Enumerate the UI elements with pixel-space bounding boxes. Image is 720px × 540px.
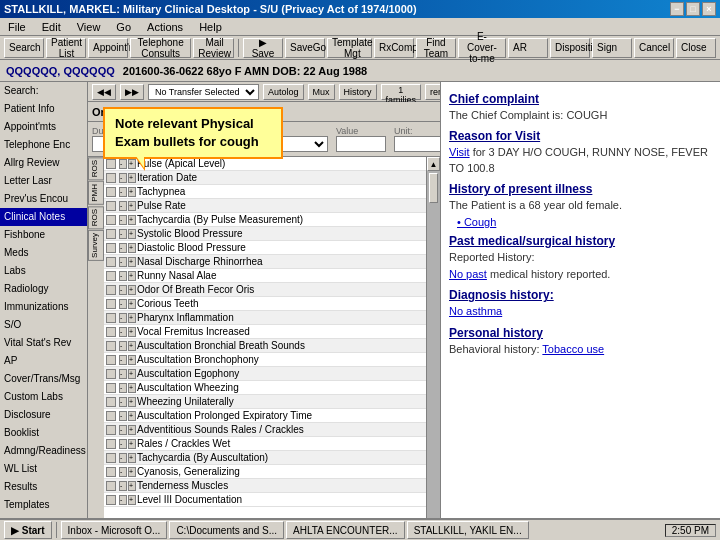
sidebar-item-radiology[interactable]: Radiology — [0, 280, 87, 298]
minus-btn[interactable]: - — [119, 383, 127, 393]
checkbox[interactable] — [106, 383, 116, 393]
minus-btn[interactable]: - — [119, 425, 127, 435]
maximize-button[interactable]: □ — [686, 2, 700, 16]
menu-edit[interactable]: Edit — [38, 20, 65, 34]
sidebar-item-admng[interactable]: Admng/Readiness — [0, 442, 87, 460]
checkbox[interactable] — [106, 187, 116, 197]
close-button[interactable]: × — [702, 2, 716, 16]
minus-btn[interactable]: - — [119, 355, 127, 365]
plus-btn[interactable]: + — [128, 327, 136, 337]
mux-button[interactable]: Mux — [308, 84, 335, 100]
checkbox[interactable] — [106, 411, 116, 421]
sidebar-item-patient-info[interactable]: Patient Info — [0, 100, 87, 118]
menu-view[interactable]: View — [73, 20, 105, 34]
save-button[interactable]: ▶ Save — [243, 38, 283, 58]
checkbox[interactable] — [106, 285, 116, 295]
patient-list-button[interactable]: Patient List — [46, 38, 86, 58]
tab-ros2[interactable]: ROS — [88, 206, 104, 229]
plus-btn[interactable]: + — [128, 271, 136, 281]
checkbox[interactable] — [106, 173, 116, 183]
sidebar-item-cover-trans[interactable]: Cover/Trans/Msg — [0, 370, 87, 388]
scroll-thumb[interactable] — [429, 173, 438, 203]
minus-btn[interactable]: - — [119, 495, 127, 505]
sidebar-item-clinical-notes[interactable]: Clinical Notes — [0, 208, 87, 226]
plus-btn[interactable]: + — [128, 313, 136, 323]
rxcomp-button[interactable]: RxComp — [374, 38, 414, 58]
no-past-link[interactable]: No past — [449, 268, 487, 280]
minus-btn[interactable]: - — [119, 467, 127, 477]
sidebar-item-search[interactable]: Search: — [0, 82, 87, 100]
plus-btn[interactable]: + — [128, 229, 136, 239]
minus-btn[interactable]: - — [119, 229, 127, 239]
checkbox[interactable] — [106, 355, 116, 365]
transfer-select[interactable]: No Transfer Selected — [148, 84, 259, 100]
checkbox[interactable] — [106, 397, 116, 407]
checkbox[interactable] — [106, 467, 116, 477]
sidebar-item-so[interactable]: S/O — [0, 316, 87, 334]
checkbox[interactable] — [106, 229, 116, 239]
checkbox[interactable] — [106, 215, 116, 225]
minus-btn[interactable]: - — [119, 187, 127, 197]
plus-btn[interactable]: + — [128, 187, 136, 197]
sidebar-item-fishbone[interactable]: Fishbone — [0, 226, 87, 244]
sidebar-item-telephone[interactable]: Telephone Enc — [0, 136, 87, 154]
plus-btn[interactable]: + — [128, 173, 136, 183]
minus-btn[interactable]: - — [119, 159, 127, 169]
plus-btn[interactable]: + — [128, 425, 136, 435]
ar-button[interactable]: AR — [508, 38, 548, 58]
checkbox[interactable] — [106, 425, 116, 435]
minus-btn[interactable]: - — [119, 439, 127, 449]
unit-select[interactable] — [394, 136, 440, 152]
sidebar-item-immunizations[interactable]: Immunizations — [0, 298, 87, 316]
minus-btn[interactable]: - — [119, 243, 127, 253]
minus-btn[interactable]: - — [119, 327, 127, 337]
minus-btn[interactable]: - — [119, 453, 127, 463]
checkbox[interactable] — [106, 299, 116, 309]
minus-btn[interactable]: - — [119, 397, 127, 407]
sidebar-item-ap[interactable]: AP — [0, 352, 87, 370]
find-team-button[interactable]: Find Team — [416, 38, 456, 58]
sidebar-item-allergy[interactable]: Allrg Review — [0, 154, 87, 172]
disposition-button[interactable]: Disposition — [550, 38, 590, 58]
checkbox[interactable] — [106, 369, 116, 379]
plus-btn[interactable]: + — [128, 257, 136, 267]
template-mgt-button[interactable]: Template Mgt — [327, 38, 372, 58]
minus-btn[interactable]: - — [119, 271, 127, 281]
minus-btn[interactable]: - — [119, 369, 127, 379]
menu-help[interactable]: Help — [195, 20, 226, 34]
telephone-consults-button[interactable]: Telephone Consults — [130, 38, 191, 58]
sidebar-item-wl[interactable]: WL List — [0, 460, 87, 478]
checkbox[interactable] — [106, 495, 116, 505]
tab-pmh[interactable]: PMH — [88, 181, 104, 205]
tab-survey[interactable]: Survey — [88, 230, 104, 261]
start-button[interactable]: ▶ Start — [4, 521, 52, 539]
sidebar-item-prev-encou[interactable]: Prev'us Encou — [0, 190, 87, 208]
sidebar-item-disclosure[interactable]: Disclosure — [0, 406, 87, 424]
menu-go[interactable]: Go — [112, 20, 135, 34]
scroll-up-button[interactable]: ▲ — [427, 157, 440, 171]
minus-btn[interactable]: - — [119, 341, 127, 351]
plus-btn[interactable]: + — [128, 481, 136, 491]
checkbox[interactable] — [106, 257, 116, 267]
minus-btn[interactable]: - — [119, 411, 127, 421]
plus-btn[interactable]: + — [128, 215, 136, 225]
plus-btn[interactable]: + — [128, 299, 136, 309]
minus-btn[interactable]: - — [119, 481, 127, 491]
checkbox[interactable] — [106, 243, 116, 253]
taskbar-inbox[interactable]: Inbox - Microsoft O... — [61, 521, 168, 539]
checkbox[interactable] — [106, 201, 116, 211]
plus-btn[interactable]: + — [128, 383, 136, 393]
tab-ros[interactable]: ROS — [88, 157, 104, 180]
minus-btn[interactable]: - — [119, 173, 127, 183]
nav-fwd-button[interactable]: ▶▶ — [120, 84, 144, 100]
checkbox[interactable] — [106, 159, 116, 169]
checkbox[interactable] — [106, 439, 116, 449]
autolog-button[interactable]: Autolog — [263, 84, 304, 100]
sign-button[interactable]: Sign — [592, 38, 632, 58]
minus-btn[interactable]: - — [119, 257, 127, 267]
checkbox[interactable] — [106, 313, 116, 323]
checkbox[interactable] — [106, 271, 116, 281]
taskbar-documents[interactable]: C:\Documents and S... — [169, 521, 284, 539]
menu-actions[interactable]: Actions — [143, 20, 187, 34]
plus-btn[interactable]: + — [128, 495, 136, 505]
